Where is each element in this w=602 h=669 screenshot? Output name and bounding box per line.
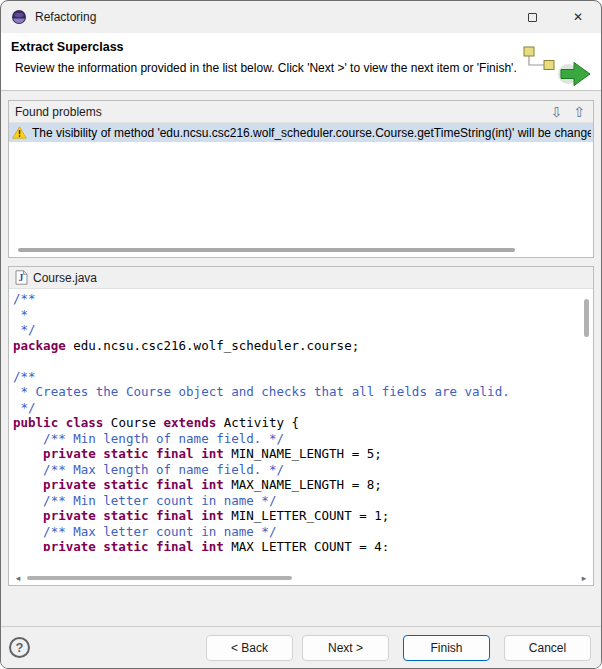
problem-row[interactable]: The visibility of method 'edu.ncsu.csc21… [9, 123, 593, 142]
found-problems-pane: Found problems ⇩ ⇧ The visi [8, 100, 594, 258]
java-file-icon: J [15, 270, 28, 285]
wizard-header: Extract Superclass Review the informatio… [1, 33, 601, 91]
svg-text:J: J [18, 273, 23, 283]
refactoring-dialog: Refactoring ✕ Extract Superclass Review … [0, 0, 602, 669]
maximize-icon [528, 13, 537, 22]
eclipse-icon [11, 9, 27, 25]
next-problem-button[interactable]: ⇩ [551, 105, 563, 119]
page-description: Review the information provided in the l… [15, 61, 601, 75]
extract-superclass-banner-icon [520, 43, 596, 93]
previous-problem-button[interactable]: ⇧ [573, 105, 585, 119]
scroll-left-arrow[interactable]: ◂ [13, 574, 23, 583]
found-problems-header: Found problems ⇩ ⇧ [9, 101, 593, 123]
code-vscrollbar[interactable] [582, 291, 592, 569]
dialog-body: Found problems ⇩ ⇧ The visi [1, 91, 601, 626]
page-title: Extract Superclass [11, 40, 601, 54]
question-icon: ? [16, 640, 24, 655]
maximize-button[interactable] [509, 1, 555, 33]
code-hscrollbar[interactable]: ◂ ▸ [9, 571, 593, 585]
window-titlebar[interactable]: Refactoring ✕ [1, 1, 601, 33]
code-area: /** * */package edu.ncsu.csc216.wolf_sch… [9, 289, 593, 585]
code-pane-header: J Course.java [9, 267, 593, 289]
code-vscroll-thumb[interactable] [584, 299, 589, 337]
problems-hscroll-thumb[interactable] [18, 248, 515, 252]
cancel-button[interactable]: Cancel [504, 635, 591, 661]
back-button[interactable]: < Back [206, 635, 293, 661]
button-bar: ? < Back Next > Finish Cancel [1, 626, 601, 668]
problems-list: The visibility of method 'edu.ncsu.csc21… [9, 123, 593, 257]
problems-hscrollbar[interactable] [12, 248, 590, 254]
file-name-label: Course.java [33, 271, 97, 285]
scroll-right-arrow[interactable]: ▸ [579, 574, 589, 583]
close-button[interactable]: ✕ [555, 1, 601, 33]
problem-text: The visibility of method 'edu.ncsu.csc21… [32, 126, 591, 140]
found-problems-label: Found problems [15, 105, 102, 119]
close-icon: ✕ [573, 10, 583, 24]
code-pane: J Course.java /** * */package edu.ncsu.c… [8, 266, 594, 586]
code-editor[interactable]: /** * */package edu.ncsu.csc216.wolf_sch… [9, 289, 593, 551]
window-title: Refactoring [35, 10, 509, 24]
warning-icon [12, 126, 27, 139]
next-button[interactable]: Next > [302, 635, 389, 661]
finish-button[interactable]: Finish [403, 635, 490, 661]
help-button[interactable]: ? [9, 637, 30, 658]
code-hscroll-thumb[interactable] [27, 576, 292, 580]
